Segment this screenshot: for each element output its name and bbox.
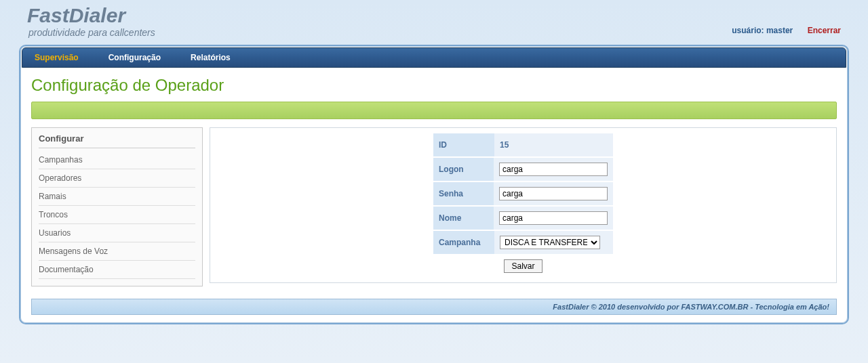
main-panel: Supervisão Configuração Relatórios Confi… [19, 45, 849, 324]
row-nome: Nome [433, 207, 613, 231]
sidebar-item-troncos[interactable]: Troncos [39, 206, 195, 224]
row-senha: Senha [433, 182, 613, 207]
logout-link[interactable]: Encerrar [808, 26, 841, 35]
form-panel: ID 15 Logon Senha [210, 127, 837, 283]
save-row: Salvar [433, 255, 613, 277]
sidebar-item-operadores[interactable]: Operadores [39, 169, 195, 188]
input-nome[interactable] [499, 211, 608, 225]
input-senha[interactable] [499, 187, 608, 200]
label-id: ID [433, 133, 494, 156]
footer: FastDialer © 2010 desenvolvido por FASTW… [31, 299, 837, 315]
nav-relatorios[interactable]: Relatórios [191, 53, 231, 62]
header: FastDialer produtividade para callcenter… [0, 0, 868, 42]
select-campanha[interactable]: DISCA E TRANSFERE [500, 236, 600, 249]
top-right: usuário: master Encerrar [732, 26, 841, 35]
label-logon: Logon [433, 158, 494, 181]
status-bar [31, 102, 837, 119]
value-id: 15 [494, 133, 613, 156]
row-id: ID 15 [433, 133, 613, 158]
label-nome: Nome [433, 207, 494, 230]
user-label: usuário: master [732, 26, 793, 35]
label-campanha: Campanha [433, 231, 494, 254]
brand-subtitle: produtividade para callcenters [28, 27, 841, 38]
nav-configuracao[interactable]: Configuração [108, 53, 161, 62]
sidebar-heading: Configurar [39, 133, 195, 148]
row-campanha: Campanha DISCA E TRANSFERE [433, 231, 613, 255]
brand-title: FastDialer [27, 5, 841, 26]
input-logon[interactable] [499, 163, 608, 176]
content-area: Configuração de Operador Configurar Camp… [22, 68, 846, 286]
page-title: Configuração de Operador [31, 76, 837, 95]
sidebar: Configurar Campanhas Operadores Ramais T… [31, 127, 203, 286]
label-senha: Senha [433, 182, 494, 205]
sidebar-item-ramais[interactable]: Ramais [39, 188, 195, 206]
nav-bar: Supervisão Configuração Relatórios [22, 47, 846, 68]
sidebar-item-usuarios[interactable]: Usuarios [39, 224, 195, 242]
sidebar-item-campanhas[interactable]: Campanhas [39, 151, 195, 169]
sidebar-item-mensagens[interactable]: Mensagens de Voz [39, 242, 195, 261]
nav-supervisao[interactable]: Supervisão [35, 53, 79, 62]
row-logon: Logon [433, 158, 613, 182]
save-button[interactable]: Salvar [504, 259, 542, 273]
sidebar-item-documentacao[interactable]: Documentação [39, 261, 195, 279]
